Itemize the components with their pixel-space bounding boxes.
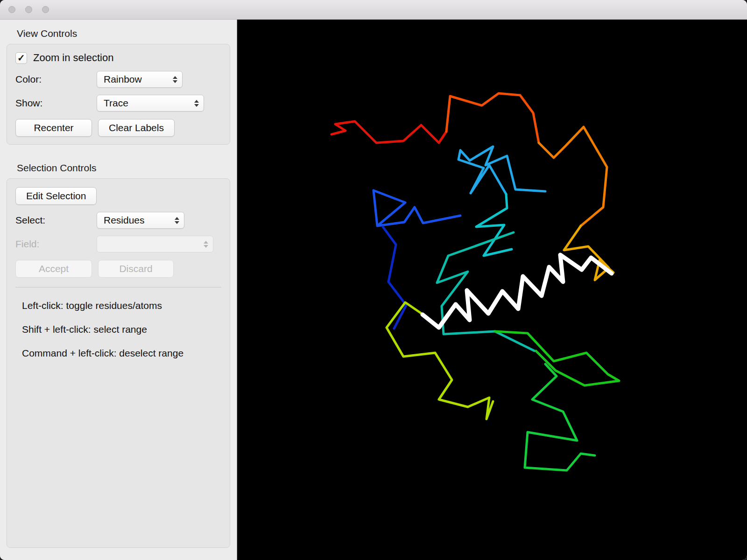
color-label: Color: [15, 74, 97, 85]
color-dropdown[interactable]: Rainbow [97, 71, 183, 88]
show-row: Show: Trace [15, 95, 221, 112]
trace-segment-selection[interactable] [423, 255, 612, 328]
discard-button: Discard [98, 260, 174, 278]
chevron-updown-icon [173, 76, 177, 83]
zoom-in-selection-checkbox[interactable]: ✓ [15, 52, 27, 64]
select-row: Select: Residues [15, 212, 221, 229]
trace-segment-cyan[interactable] [476, 194, 512, 256]
recenter-button[interactable]: Recenter [15, 119, 92, 137]
window-content: View Controls ✓ Zoom in selection Color:… [0, 20, 747, 560]
show-label: Show: [15, 98, 97, 109]
accept-discard-row: Accept Discard [15, 260, 221, 278]
show-dropdown-value: Trace [104, 98, 128, 109]
field-row: Field: [15, 236, 221, 252]
trace-segment-blue[interactable] [374, 190, 460, 226]
app-window: View Controls ✓ Zoom in selection Color:… [0, 0, 747, 560]
field-dropdown [97, 236, 213, 252]
color-row: Color: Rainbow [15, 71, 221, 88]
instruction-shift-click: Shift + left-click: select range [22, 324, 221, 335]
edit-selection-row: Edit Selection [15, 187, 221, 205]
trace-segment-chartreuse[interactable] [387, 302, 493, 419]
molecule-viewport[interactable] [237, 20, 747, 560]
chevron-updown-icon [204, 241, 208, 248]
instruction-command-click: Command + left-click: deselect range [22, 348, 221, 359]
sidebar: View Controls ✓ Zoom in selection Color:… [0, 20, 237, 560]
edit-selection-button[interactable]: Edit Selection [15, 187, 97, 205]
title-bar[interactable] [0, 0, 747, 20]
selection-controls-group: Edit Selection Select: Residues Field: [7, 178, 230, 548]
color-dropdown-value: Rainbow [104, 74, 142, 85]
accept-button: Accept [15, 260, 92, 278]
view-buttons-row: Recenter Clear Labels [15, 119, 221, 137]
trace-segment-sky-blue[interactable] [458, 147, 545, 194]
chevron-updown-icon [175, 217, 179, 224]
minimize-button[interactable] [25, 6, 32, 13]
protein-trace [237, 20, 747, 560]
view-controls-heading: View Controls [17, 28, 230, 39]
trace-segment-red[interactable] [331, 121, 446, 143]
view-controls-group: ✓ Zoom in selection Color: Rainbow Show: [7, 44, 230, 145]
checkmark-icon: ✓ [17, 53, 25, 63]
show-dropdown[interactable]: Trace [97, 95, 204, 112]
zoom-in-selection-row[interactable]: ✓ Zoom in selection [15, 52, 221, 64]
zoom-button[interactable] [42, 6, 49, 13]
spacer [7, 145, 230, 159]
trace-segment-orange-red[interactable] [446, 93, 539, 143]
trace-segment-gold[interactable] [564, 226, 613, 280]
select-label: Select: [15, 215, 97, 226]
instruction-left-click: Left-click: toggle residues/atoms [22, 300, 221, 311]
clear-labels-button[interactable]: Clear Labels [98, 119, 175, 137]
select-dropdown[interactable]: Residues [97, 212, 184, 229]
trace-segment-green-lower[interactable] [525, 364, 595, 470]
select-dropdown-value: Residues [104, 215, 145, 226]
window-controls [8, 6, 49, 13]
instructions: Left-click: toggle residues/atoms Shift … [15, 300, 221, 359]
trace-segment-dark-blue[interactable] [383, 227, 406, 329]
close-button[interactable] [8, 6, 15, 13]
trace-segment-orange[interactable] [539, 127, 607, 226]
selection-controls-heading: Selection Controls [17, 162, 230, 174]
field-label: Field: [15, 238, 97, 250]
chevron-updown-icon [194, 100, 199, 107]
divider [15, 287, 221, 287]
zoom-in-selection-label: Zoom in selection [33, 52, 113, 64]
